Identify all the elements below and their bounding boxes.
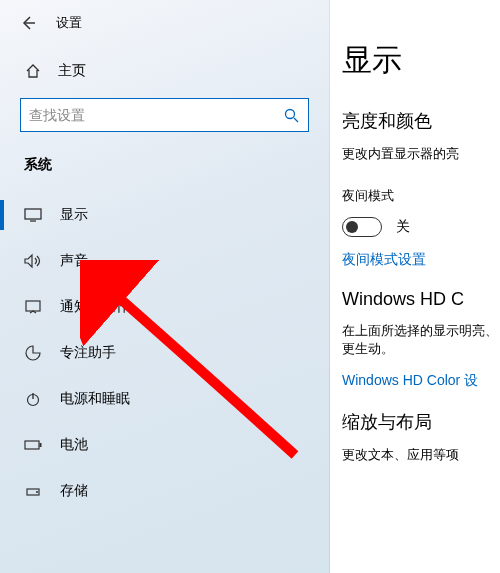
night-mode-label: 夜间模式	[342, 187, 500, 205]
page-title: 显示	[342, 40, 500, 81]
svg-rect-4	[25, 441, 39, 449]
app-title: 设置	[56, 14, 82, 32]
hd-color-link[interactable]: Windows HD Color 设	[342, 372, 500, 390]
svg-rect-1	[25, 209, 41, 219]
storage-icon	[24, 482, 42, 500]
section-scale-title: 缩放与布局	[342, 410, 500, 434]
sidebar-item-storage[interactable]: 存储	[0, 468, 329, 514]
sidebar-item-label: 声音	[60, 252, 88, 270]
sidebar-item-label: 显示	[60, 206, 88, 224]
sidebar-item-sound[interactable]: 声音	[0, 238, 329, 284]
sidebar-item-power[interactable]: 电源和睡眠	[0, 376, 329, 422]
back-icon[interactable]	[18, 14, 36, 32]
sidebar-item-battery[interactable]: 电池	[0, 422, 329, 468]
sidebar-item-label: 电源和睡眠	[60, 390, 130, 408]
category-title: 系统	[0, 150, 329, 192]
night-mode-settings-link[interactable]: 夜间模式设置	[342, 251, 500, 269]
night-mode-toggle[interactable]	[342, 217, 382, 237]
display-icon	[24, 206, 42, 224]
search-input[interactable]	[29, 107, 282, 123]
sidebar-item-display[interactable]: 显示	[0, 192, 329, 238]
home-link[interactable]: 主页	[0, 46, 329, 98]
sidebar-item-focus[interactable]: 专注助手	[0, 330, 329, 376]
scale-text: 更改文本、应用等项	[342, 446, 500, 464]
sidebar-item-notifications[interactable]: 通知和操作	[0, 284, 329, 330]
focus-icon	[24, 344, 42, 362]
svg-rect-2	[26, 301, 40, 311]
brightness-text: 更改内置显示器的亮	[342, 145, 500, 163]
svg-point-7	[36, 491, 38, 493]
home-icon	[24, 62, 42, 80]
sidebar-item-label: 通知和操作	[60, 298, 130, 316]
search-box[interactable]	[20, 98, 309, 132]
section-brightness-title: 亮度和颜色	[342, 109, 500, 133]
sound-icon	[24, 252, 42, 270]
home-label: 主页	[58, 62, 86, 80]
search-icon	[282, 106, 300, 124]
hd-text: 在上面所选择的显示明亮、更生动。	[342, 322, 500, 358]
notifications-icon	[24, 298, 42, 316]
svg-point-0	[286, 110, 295, 119]
svg-rect-5	[40, 443, 42, 447]
battery-icon	[24, 436, 42, 454]
sidebar-item-label: 电池	[60, 436, 88, 454]
night-mode-state: 关	[396, 218, 410, 236]
power-icon	[24, 390, 42, 408]
section-hd-title: Windows HD C	[342, 289, 500, 310]
sidebar-item-label: 专注助手	[60, 344, 116, 362]
sidebar-item-label: 存储	[60, 482, 88, 500]
